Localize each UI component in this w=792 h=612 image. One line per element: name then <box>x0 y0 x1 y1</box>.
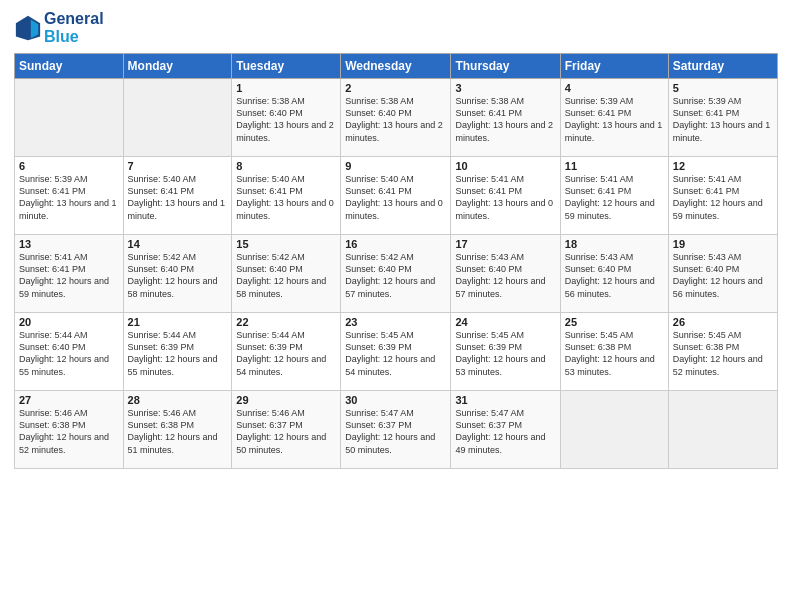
calendar-week-row: 6Sunrise: 5:39 AMSunset: 6:41 PMDaylight… <box>15 157 778 235</box>
day-info: Sunrise: 5:44 AMSunset: 6:39 PMDaylight:… <box>236 329 336 378</box>
weekday-header-row: SundayMondayTuesdayWednesdayThursdayFrid… <box>15 54 778 79</box>
day-info: Sunrise: 5:38 AMSunset: 6:40 PMDaylight:… <box>236 95 336 144</box>
weekday-header-saturday: Saturday <box>668 54 777 79</box>
day-info: Sunrise: 5:45 AMSunset: 6:39 PMDaylight:… <box>455 329 555 378</box>
day-number: 29 <box>236 394 336 406</box>
calendar-cell: 3Sunrise: 5:38 AMSunset: 6:41 PMDaylight… <box>451 79 560 157</box>
header: General Blue <box>14 10 778 45</box>
calendar-week-row: 20Sunrise: 5:44 AMSunset: 6:40 PMDayligh… <box>15 313 778 391</box>
calendar-cell: 14Sunrise: 5:42 AMSunset: 6:40 PMDayligh… <box>123 235 232 313</box>
day-info: Sunrise: 5:40 AMSunset: 6:41 PMDaylight:… <box>345 173 446 222</box>
day-info: Sunrise: 5:40 AMSunset: 6:41 PMDaylight:… <box>236 173 336 222</box>
calendar-cell: 30Sunrise: 5:47 AMSunset: 6:37 PMDayligh… <box>341 391 451 469</box>
day-info: Sunrise: 5:44 AMSunset: 6:39 PMDaylight:… <box>128 329 228 378</box>
calendar-cell: 20Sunrise: 5:44 AMSunset: 6:40 PMDayligh… <box>15 313 124 391</box>
calendar-cell: 21Sunrise: 5:44 AMSunset: 6:39 PMDayligh… <box>123 313 232 391</box>
weekday-header-thursday: Thursday <box>451 54 560 79</box>
day-info: Sunrise: 5:39 AMSunset: 6:41 PMDaylight:… <box>19 173 119 222</box>
day-number: 7 <box>128 160 228 172</box>
day-number: 22 <box>236 316 336 328</box>
day-number: 16 <box>345 238 446 250</box>
day-info: Sunrise: 5:44 AMSunset: 6:40 PMDaylight:… <box>19 329 119 378</box>
calendar-cell: 27Sunrise: 5:46 AMSunset: 6:38 PMDayligh… <box>15 391 124 469</box>
logo-text-line1: General <box>44 10 104 28</box>
day-number: 19 <box>673 238 773 250</box>
calendar-cell: 13Sunrise: 5:41 AMSunset: 6:41 PMDayligh… <box>15 235 124 313</box>
day-number: 23 <box>345 316 446 328</box>
day-info: Sunrise: 5:39 AMSunset: 6:41 PMDaylight:… <box>673 95 773 144</box>
weekday-header-friday: Friday <box>560 54 668 79</box>
day-number: 12 <box>673 160 773 172</box>
calendar-cell: 31Sunrise: 5:47 AMSunset: 6:37 PMDayligh… <box>451 391 560 469</box>
logo: General Blue <box>14 10 104 45</box>
day-number: 5 <box>673 82 773 94</box>
day-info: Sunrise: 5:40 AMSunset: 6:41 PMDaylight:… <box>128 173 228 222</box>
calendar-cell: 15Sunrise: 5:42 AMSunset: 6:40 PMDayligh… <box>232 235 341 313</box>
weekday-header-tuesday: Tuesday <box>232 54 341 79</box>
weekday-header-wednesday: Wednesday <box>341 54 451 79</box>
day-number: 6 <box>19 160 119 172</box>
calendar-cell: 23Sunrise: 5:45 AMSunset: 6:39 PMDayligh… <box>341 313 451 391</box>
day-number: 31 <box>455 394 555 406</box>
calendar-cell: 19Sunrise: 5:43 AMSunset: 6:40 PMDayligh… <box>668 235 777 313</box>
day-info: Sunrise: 5:45 AMSunset: 6:38 PMDaylight:… <box>673 329 773 378</box>
calendar-cell <box>15 79 124 157</box>
calendar-cell: 26Sunrise: 5:45 AMSunset: 6:38 PMDayligh… <box>668 313 777 391</box>
calendar-cell: 7Sunrise: 5:40 AMSunset: 6:41 PMDaylight… <box>123 157 232 235</box>
weekday-header-monday: Monday <box>123 54 232 79</box>
day-info: Sunrise: 5:45 AMSunset: 6:38 PMDaylight:… <box>565 329 664 378</box>
day-info: Sunrise: 5:46 AMSunset: 6:38 PMDaylight:… <box>19 407 119 456</box>
calendar-week-row: 1Sunrise: 5:38 AMSunset: 6:40 PMDaylight… <box>15 79 778 157</box>
calendar-cell: 11Sunrise: 5:41 AMSunset: 6:41 PMDayligh… <box>560 157 668 235</box>
day-info: Sunrise: 5:41 AMSunset: 6:41 PMDaylight:… <box>673 173 773 222</box>
day-number: 25 <box>565 316 664 328</box>
day-number: 4 <box>565 82 664 94</box>
day-number: 1 <box>236 82 336 94</box>
calendar-week-row: 13Sunrise: 5:41 AMSunset: 6:41 PMDayligh… <box>15 235 778 313</box>
calendar-cell: 24Sunrise: 5:45 AMSunset: 6:39 PMDayligh… <box>451 313 560 391</box>
calendar-cell: 10Sunrise: 5:41 AMSunset: 6:41 PMDayligh… <box>451 157 560 235</box>
day-number: 10 <box>455 160 555 172</box>
day-number: 27 <box>19 394 119 406</box>
calendar-cell: 4Sunrise: 5:39 AMSunset: 6:41 PMDaylight… <box>560 79 668 157</box>
calendar-cell: 22Sunrise: 5:44 AMSunset: 6:39 PMDayligh… <box>232 313 341 391</box>
day-info: Sunrise: 5:46 AMSunset: 6:38 PMDaylight:… <box>128 407 228 456</box>
day-info: Sunrise: 5:43 AMSunset: 6:40 PMDaylight:… <box>455 251 555 300</box>
day-number: 2 <box>345 82 446 94</box>
day-info: Sunrise: 5:42 AMSunset: 6:40 PMDaylight:… <box>128 251 228 300</box>
day-info: Sunrise: 5:39 AMSunset: 6:41 PMDaylight:… <box>565 95 664 144</box>
day-number: 3 <box>455 82 555 94</box>
day-info: Sunrise: 5:38 AMSunset: 6:41 PMDaylight:… <box>455 95 555 144</box>
calendar-cell: 17Sunrise: 5:43 AMSunset: 6:40 PMDayligh… <box>451 235 560 313</box>
day-info: Sunrise: 5:46 AMSunset: 6:37 PMDaylight:… <box>236 407 336 456</box>
day-info: Sunrise: 5:42 AMSunset: 6:40 PMDaylight:… <box>236 251 336 300</box>
day-info: Sunrise: 5:42 AMSunset: 6:40 PMDaylight:… <box>345 251 446 300</box>
day-info: Sunrise: 5:47 AMSunset: 6:37 PMDaylight:… <box>455 407 555 456</box>
day-number: 13 <box>19 238 119 250</box>
calendar-cell: 12Sunrise: 5:41 AMSunset: 6:41 PMDayligh… <box>668 157 777 235</box>
day-number: 30 <box>345 394 446 406</box>
calendar-cell: 9Sunrise: 5:40 AMSunset: 6:41 PMDaylight… <box>341 157 451 235</box>
day-info: Sunrise: 5:38 AMSunset: 6:40 PMDaylight:… <box>345 95 446 144</box>
calendar-cell: 6Sunrise: 5:39 AMSunset: 6:41 PMDaylight… <box>15 157 124 235</box>
calendar-cell: 8Sunrise: 5:40 AMSunset: 6:41 PMDaylight… <box>232 157 341 235</box>
calendar-cell: 2Sunrise: 5:38 AMSunset: 6:40 PMDaylight… <box>341 79 451 157</box>
day-number: 28 <box>128 394 228 406</box>
day-number: 26 <box>673 316 773 328</box>
day-number: 14 <box>128 238 228 250</box>
logo-icon <box>14 14 42 42</box>
calendar-cell: 29Sunrise: 5:46 AMSunset: 6:37 PMDayligh… <box>232 391 341 469</box>
day-info: Sunrise: 5:45 AMSunset: 6:39 PMDaylight:… <box>345 329 446 378</box>
calendar-table: SundayMondayTuesdayWednesdayThursdayFrid… <box>14 53 778 469</box>
day-info: Sunrise: 5:41 AMSunset: 6:41 PMDaylight:… <box>565 173 664 222</box>
day-number: 17 <box>455 238 555 250</box>
calendar-cell: 16Sunrise: 5:42 AMSunset: 6:40 PMDayligh… <box>341 235 451 313</box>
day-number: 18 <box>565 238 664 250</box>
logo-text-line2: Blue <box>44 28 104 46</box>
calendar-cell: 1Sunrise: 5:38 AMSunset: 6:40 PMDaylight… <box>232 79 341 157</box>
calendar-cell: 5Sunrise: 5:39 AMSunset: 6:41 PMDaylight… <box>668 79 777 157</box>
calendar-page: General Blue SundayMondayTuesdayWednesda… <box>0 0 792 612</box>
day-number: 8 <box>236 160 336 172</box>
day-number: 20 <box>19 316 119 328</box>
calendar-cell <box>123 79 232 157</box>
